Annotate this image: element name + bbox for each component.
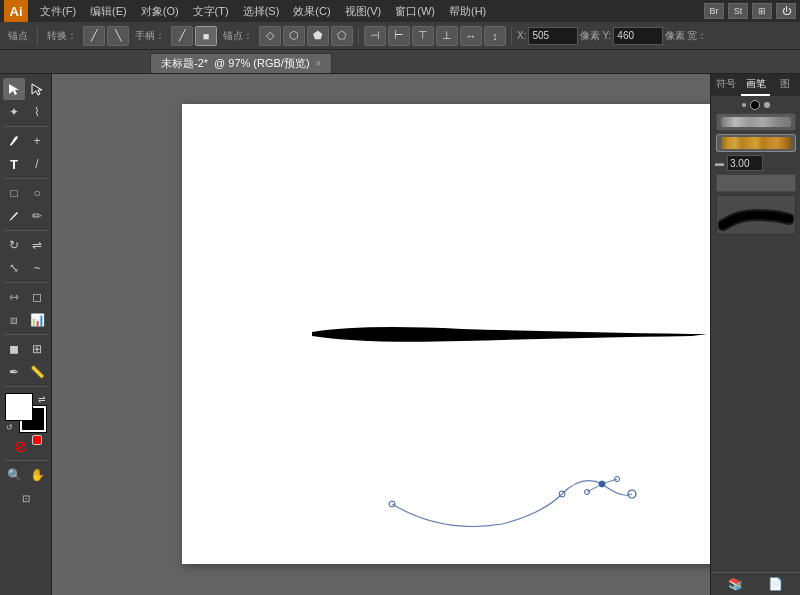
brush-dot-medium[interactable] xyxy=(750,100,760,110)
anchor2-label: 锚点： xyxy=(219,29,257,43)
swap-colors-icon[interactable]: ⇌ xyxy=(38,394,46,404)
menu-object[interactable]: 对象(O) xyxy=(135,2,185,21)
toolbar-sep-3 xyxy=(511,27,512,45)
width-tool[interactable]: ⇿ xyxy=(3,286,25,308)
color-boxes: ⇌ ↺ xyxy=(6,394,46,432)
mesh-tool[interactable]: ⊞ xyxy=(26,338,48,360)
convert-btn-2[interactable]: ╲ xyxy=(107,26,129,46)
panel-tab-symbol[interactable]: 符号 xyxy=(711,74,741,96)
view-tools-row: 🔍 ✋ xyxy=(3,464,48,486)
right-panel: 符号 画笔 图 ▬ xyxy=(710,74,800,595)
chart-tool[interactable]: 📊 xyxy=(26,309,48,331)
none-fill-tool[interactable]: ⊘ xyxy=(9,435,31,457)
foreground-color[interactable] xyxy=(6,394,32,420)
handle-btn-2[interactable]: ■ xyxy=(195,26,217,46)
selection-tools xyxy=(3,78,48,100)
pen-tools: ✦ ⌇ xyxy=(3,101,48,123)
symbol-tools-row: ⧇ 📊 xyxy=(3,309,48,331)
menu-window[interactable]: 窗口(W) xyxy=(389,2,441,21)
brush-strip-blank1[interactable] xyxy=(716,174,796,192)
pen-tools-row: + xyxy=(3,130,48,152)
left-toolbar: ✦ ⌇ + T / □ ○ ✏ ↻ ⇌ xyxy=(0,74,52,595)
brush-strip-dark[interactable] xyxy=(716,195,796,235)
anchor-btn-1[interactable]: ◇ xyxy=(259,26,281,46)
grid-btn[interactable]: ⊞ xyxy=(752,3,772,19)
gradient-tool[interactable]: ◼ xyxy=(3,338,25,360)
paintbrush-tool[interactable] xyxy=(3,205,25,227)
x-input[interactable] xyxy=(528,27,578,45)
library-icon[interactable]: 📚 xyxy=(728,577,743,591)
gradient-tools-row: ◼ ⊞ xyxy=(3,338,48,360)
bridge-btn[interactable]: Br xyxy=(704,3,724,19)
ellipse-tool[interactable]: ○ xyxy=(26,182,48,204)
symbol-tool[interactable]: ⧇ xyxy=(3,309,25,331)
graph-tools-row: ⇿ ◻ xyxy=(3,286,48,308)
direct-selection-tool[interactable] xyxy=(26,78,48,100)
menu-text[interactable]: 文字(T) xyxy=(187,2,235,21)
panel-tab-brush[interactable]: 画笔 xyxy=(741,74,771,96)
free-transform-tool[interactable]: ◻ xyxy=(26,286,48,308)
rotate-tool[interactable]: ↻ xyxy=(3,234,25,256)
menu-effect[interactable]: 效果(C) xyxy=(287,2,336,21)
eyedropper-tool[interactable]: ✒ xyxy=(3,361,25,383)
shape-tools-row: □ ○ xyxy=(3,182,48,204)
menu-help[interactable]: 帮助(H) xyxy=(443,2,492,21)
reflect-tool[interactable]: ⇌ xyxy=(26,234,48,256)
align-btn-6[interactable]: ↕ xyxy=(484,26,506,46)
tool-sep-5 xyxy=(4,334,48,335)
zoom-tool[interactable]: 🔍 xyxy=(3,464,25,486)
tab-close-btn[interactable]: × xyxy=(316,58,322,69)
type-tool[interactable]: T xyxy=(3,153,25,175)
x-unit: 像素 xyxy=(580,29,600,43)
canvas-area xyxy=(52,74,710,595)
pen-tool[interactable] xyxy=(3,130,25,152)
align-btn-3[interactable]: ⊤ xyxy=(412,26,434,46)
convert-btn-1[interactable]: ╱ xyxy=(83,26,105,46)
align-btn-1[interactable]: ⊣ xyxy=(364,26,386,46)
anchor2-btn-1[interactable]: ⬡ xyxy=(283,26,305,46)
align-btn-2[interactable]: ⊢ xyxy=(388,26,410,46)
anchor3-btn-1[interactable]: ⬟ xyxy=(307,26,329,46)
measure-tool[interactable]: 📏 xyxy=(26,361,48,383)
hand-tool[interactable]: ✋ xyxy=(26,464,48,486)
rect-tool[interactable]: □ xyxy=(3,182,25,204)
width-label: 宽： xyxy=(687,29,707,43)
tool-sep-7 xyxy=(4,460,48,461)
tab-title: 未标题-2* xyxy=(161,56,208,71)
anchor4-btn-1[interactable]: ⬠ xyxy=(331,26,353,46)
pencil-tool[interactable]: ✏ xyxy=(26,205,48,227)
stock-btn[interactable]: St xyxy=(728,3,748,19)
reset-colors-icon[interactable]: ↺ xyxy=(6,423,13,432)
x-label: X: xyxy=(517,30,526,41)
power-btn[interactable]: ⏻ xyxy=(776,3,796,19)
menu-select[interactable]: 选择(S) xyxy=(237,2,286,21)
align-btn-4[interactable]: ⊥ xyxy=(436,26,458,46)
brush-strip-default[interactable] xyxy=(716,113,796,131)
lasso-tool[interactable]: ⌇ xyxy=(26,101,48,123)
menu-file[interactable]: 文件(F) xyxy=(34,2,82,21)
handle-btn-1[interactable]: ╱ xyxy=(171,26,193,46)
menu-edit[interactable]: 编辑(E) xyxy=(84,2,133,21)
menu-view[interactable]: 视图(V) xyxy=(339,2,388,21)
align-btn-5[interactable]: ↔ xyxy=(460,26,482,46)
brush-size-input[interactable] xyxy=(727,155,763,171)
y-unit: 像素 xyxy=(665,29,685,43)
panel-tab-image[interactable]: 图 xyxy=(770,74,800,96)
warp-tool[interactable]: ~ xyxy=(26,257,48,279)
convert-label: 转换： xyxy=(43,29,81,43)
artboard-tool[interactable]: ⊡ xyxy=(15,487,37,509)
line-tool[interactable]: / xyxy=(26,153,48,175)
y-input[interactable] xyxy=(613,27,663,45)
rotate-tools-row: ↻ ⇌ xyxy=(3,234,48,256)
document-tab[interactable]: 未标题-2* @ 97% (RGB/预览) × xyxy=(150,53,332,73)
scale-tool[interactable]: ⤡ xyxy=(3,257,25,279)
tabbar: 未标题-2* @ 97% (RGB/预览) × xyxy=(0,50,800,74)
toolbar: 锚点 转换： ╱ ╲ 手柄： ╱ ■ 锚点： ◇ ⬡ ⬟ ⬠ ⊣ ⊢ ⊤ ⊥ ↔… xyxy=(0,22,800,50)
new-brush-icon[interactable]: 📄 xyxy=(768,577,783,591)
color-fill-tool[interactable] xyxy=(32,435,42,445)
selection-tool[interactable] xyxy=(3,78,25,100)
add-anchor-tool[interactable]: + xyxy=(26,130,48,152)
magic-wand-tool[interactable]: ✦ xyxy=(3,101,25,123)
eyedrop-tools-row: ✒ 📏 xyxy=(3,361,48,383)
brush-strip-calligraphy[interactable] xyxy=(716,134,796,152)
